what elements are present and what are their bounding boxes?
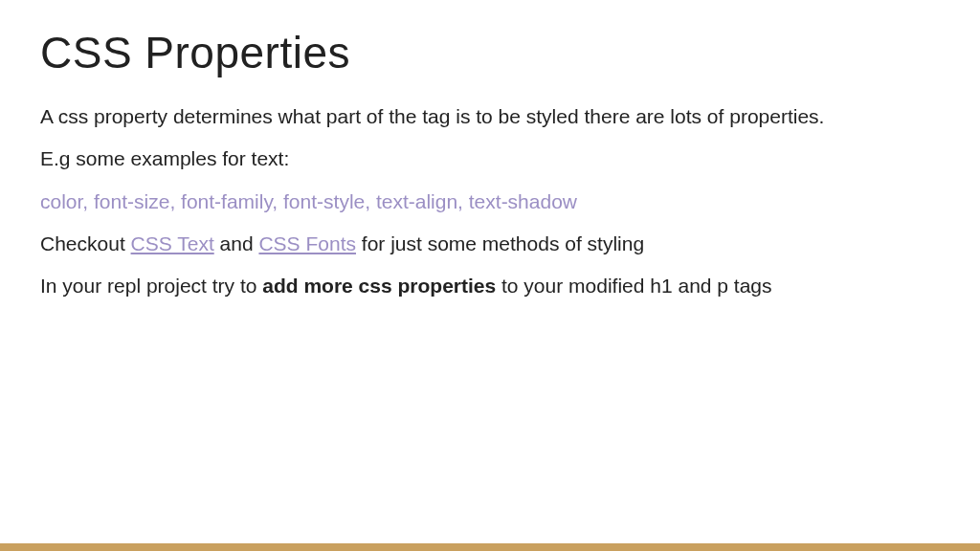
instruction-bold: add more css properties [262,275,496,297]
instruction-paragraph: In your repl project try to add more css… [40,273,940,299]
checkout-prefix: Checkout [40,232,131,254]
css-text-link[interactable]: CSS Text [131,232,214,254]
slide-content: CSS Properties A css property determines… [0,0,980,300]
bottom-accent-bar [0,543,980,551]
instruction-suffix: to your modified h1 and p tags [496,275,771,297]
checkout-paragraph: Checkout CSS Text and CSS Fonts for just… [40,231,940,257]
css-properties-list: color, font-size, font-family, font-styl… [40,188,940,215]
checkout-middle: and [214,232,259,254]
checkout-suffix: for just some methods of styling [356,232,644,254]
intro-paragraph: A css property determines what part of t… [40,103,940,130]
css-fonts-link[interactable]: CSS Fonts [258,232,356,254]
instruction-prefix: In your repl project try to [40,275,262,297]
examples-label: E.g some examples for text: [40,145,940,172]
page-title: CSS Properties [40,27,940,78]
